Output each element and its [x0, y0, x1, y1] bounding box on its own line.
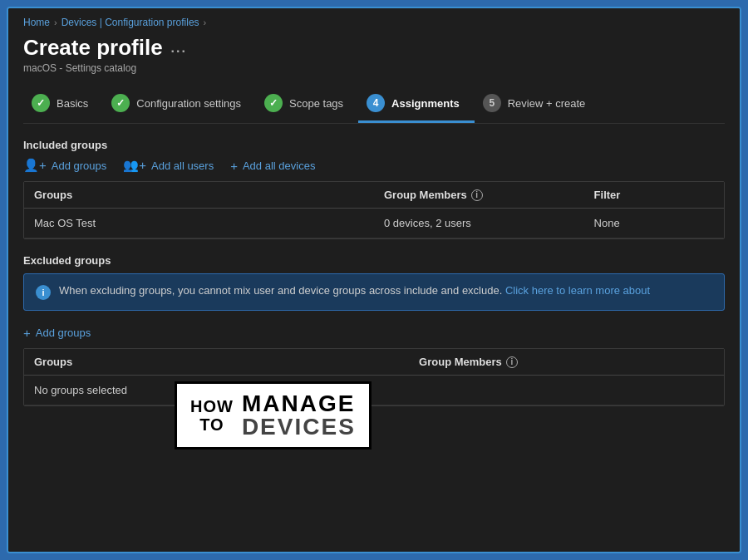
included-groups-table-section: Groups Group Members i Filter: [23, 181, 725, 239]
info-link[interactable]: Click here to learn more about: [505, 284, 650, 297]
wm-devices: DEVICES: [242, 415, 356, 439]
excluded-groups-label: Excluded groups: [23, 254, 725, 267]
wizard-step-scope[interactable]: ✓ Scope tags: [256, 86, 358, 123]
add-all-users-label: Add all users: [151, 160, 214, 172]
included-groups-action-row: 👤+ Add groups 👥+ Add all users + Add all…: [23, 158, 725, 173]
step-label-basics: Basics: [57, 97, 88, 110]
step-icon-basics: ✓: [32, 94, 50, 112]
wizard-step-review[interactable]: 5 Review + create: [475, 86, 601, 123]
info-icon: i: [36, 285, 51, 300]
excluded-group-members-cell: [409, 376, 724, 405]
breadcrumb: Home › Devices | Configuration profiles …: [23, 17, 725, 28]
add-groups-button-included[interactable]: 👤+ Add groups: [23, 158, 106, 173]
page-title-row: Create profile ...: [23, 35, 725, 61]
col-header-members-excluded: Group Members i: [419, 356, 714, 368]
add-all-users-button[interactable]: 👥+ Add all users: [123, 158, 214, 173]
group-name-cell: Mac OS Test: [24, 209, 374, 238]
group-members-cell: 0 devices, 2 users: [374, 209, 584, 238]
wizard-bar: ✓ Basics ✓ Configuration settings ✓ Scop…: [23, 86, 725, 124]
included-groups-table: Groups Group Members i Filter: [24, 182, 724, 238]
step-label-scope: Scope tags: [289, 97, 343, 110]
members-info-icon-included[interactable]: i: [471, 189, 483, 201]
watermark-overlay: HOW TO MANAGE DEVICES: [175, 381, 372, 449]
add-groups-button-excluded[interactable]: + Add groups: [23, 326, 91, 340]
add-groups-icon: 👤+: [23, 158, 47, 173]
col-header-filter: Filter: [584, 182, 724, 209]
page-title: Create profile: [23, 35, 163, 61]
add-groups-label-excluded: Add groups: [36, 327, 91, 339]
breadcrumb-sep1: ›: [54, 17, 57, 27]
excluded-groups-info-bar: i When excluding groups, you cannot mix …: [23, 273, 725, 311]
wizard-step-config[interactable]: ✓ Configuration settings: [103, 86, 256, 123]
breadcrumb-sep2: ›: [204, 17, 207, 27]
excluded-groups-table-section: Groups Group Members i No groups: [23, 348, 725, 406]
table-row: No groups selected: [24, 376, 724, 405]
col-header-members-included: Group Members i: [384, 189, 574, 201]
step-label-assignments: Assignments: [391, 97, 460, 110]
col-header-groups-excluded: Groups: [34, 356, 399, 368]
step-label-review: Review + create: [508, 97, 586, 110]
add-groups-label-included: Add groups: [52, 160, 107, 172]
wizard-step-assignments[interactable]: 4 Assignments: [358, 86, 475, 123]
add-groups-icon-excluded: +: [23, 326, 31, 340]
group-filter-cell: None: [584, 209, 724, 238]
more-options-icon[interactable]: ...: [171, 41, 187, 56]
add-all-devices-button[interactable]: + Add all devices: [230, 159, 315, 173]
col-header-groups-included: Groups: [34, 189, 364, 201]
excluded-groups-table: Groups Group Members i No groups: [24, 349, 724, 405]
info-bar-text: When excluding groups, you cannot mix us…: [59, 284, 650, 297]
wm-to: TO: [199, 415, 224, 434]
table-row: Mac OS Test 0 devices, 2 users None: [24, 209, 724, 238]
wizard-step-basics[interactable]: ✓ Basics: [23, 86, 103, 123]
add-all-devices-label: Add all devices: [243, 160, 315, 172]
step-icon-scope: ✓: [264, 94, 283, 112]
excluded-groups-action-row: + Add groups: [23, 326, 725, 340]
members-info-icon-excluded[interactable]: i: [506, 356, 518, 368]
wm-how: HOW: [190, 397, 234, 415]
step-icon-config: ✓: [111, 94, 130, 112]
step-icon-assignments: 4: [367, 94, 385, 112]
included-groups-label: Included groups: [23, 139, 725, 151]
add-all-users-icon: 👥+: [123, 158, 146, 173]
page-subtitle: macOS - Settings catalog: [23, 62, 725, 74]
breadcrumb-middle[interactable]: Devices | Configuration profiles: [62, 17, 199, 28]
step-icon-review: 5: [483, 94, 501, 112]
main-content: Included groups 👤+ Add groups 👥+ Add all…: [8, 124, 740, 552]
step-label-config: Configuration settings: [136, 97, 241, 110]
wm-manage: MANAGE: [242, 392, 356, 415]
add-all-devices-icon: +: [230, 159, 238, 173]
breadcrumb-home[interactable]: Home: [23, 17, 50, 28]
